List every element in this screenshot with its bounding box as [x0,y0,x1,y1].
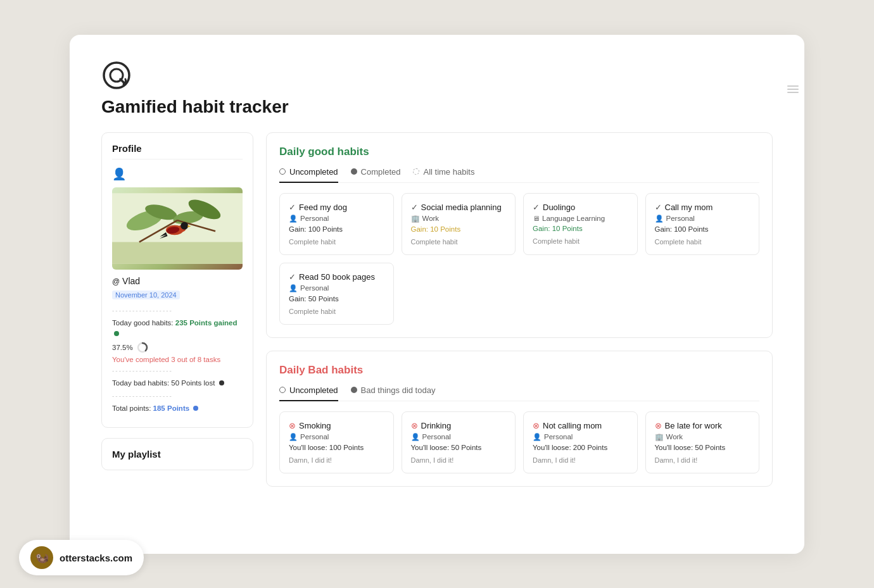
profile-name: @ Vlad [112,276,243,286]
damn-btn-drinking[interactable]: Damn, I did it! [411,456,507,464]
tab-dot-outline-bad [279,387,286,393]
tab-dot-filled [351,168,357,175]
habit-name-read-books: ✓ Read 50 book pages [289,272,384,282]
good-habits-grid-row1: ✓ Feed my dog 👤 Personal Gain: 100 Point… [279,193,759,255]
profile-section-title: Profile [112,143,243,160]
progress-row: 37.5% [112,342,243,353]
divider-1: ------------------ [112,307,243,314]
svg-rect-4 [112,242,243,263]
language-icon: 🖥 [533,215,540,222]
profile-image [112,187,243,270]
playlist-title: My playlist [112,449,243,460]
damn-btn-not-calling[interactable]: Damn, I did it! [533,456,628,464]
tab-label-completed: Completed [361,167,401,177]
tab-completed-good[interactable]: Completed [351,167,401,183]
playlist-card: My playlist [101,438,253,470]
bad-habit-name-not-calling: ⊗ Not calling mom [533,421,628,430]
person-icon-bad-1: 👤 [289,433,298,441]
tab-dot-dashed [413,168,419,175]
completed-tasks-text: You've completed 3 out of 8 tasks [112,356,243,363]
bad-habit-card-late-work: ⊗ Be late for work 🏢 Work You'll loose: … [645,411,760,473]
good-habits-grid-row2: ✓ Read 50 book pages 👤 Personal Gain: 50… [279,263,759,325]
person-icon-2: 👤 [655,215,664,223]
person-icon-3: 👤 [289,284,298,292]
bad-habit-card-smoking: ⊗ Smoking 👤 Personal You'll loose: 100 P… [279,411,394,473]
total-points: Total points: 185 Points [112,403,243,414]
brand-badge: 🦦 otterstacks.com [19,540,144,575]
tab-label-uncompleted-bad: Uncompleted [289,385,338,395]
bad-habit-points-late-work: You'll loose: 50 Points [655,444,750,451]
complete-habit-btn-social-media[interactable]: Complete habit [411,238,507,246]
person-icon-bad-2: 👤 [411,433,420,441]
habit-check-icon: ✓ [289,203,296,212]
bad-habit-card-not-calling: ⊗ Not calling mom 👤 Personal You'll loos… [523,411,638,473]
scrollbar-line [787,89,799,90]
work-icon: 🏢 [411,215,420,223]
good-habits-tabs: Uncompleted Completed All time habits [279,167,759,183]
logo [101,60,773,97]
damn-btn-late-work[interactable]: Damn, I did it! [655,456,750,464]
habit-check-icon-5: ✓ [289,272,296,282]
tab-uncompleted-bad[interactable]: Uncompleted [279,385,338,401]
svg-point-13 [180,222,188,229]
bad-habit-category-not-calling: 👤 Personal [533,433,628,441]
habit-name-feed-dog: ✓ Feed my dog [289,203,384,212]
complete-habit-btn-feed-dog[interactable]: Complete habit [289,238,384,246]
complete-habit-btn-call-mom[interactable]: Complete habit [655,238,750,246]
bad-habit-name-drinking: ⊗ Drinking [411,421,507,430]
person-icon: 👤 [289,215,298,223]
habit-check-icon-2: ✓ [411,203,418,212]
person-icon-bad-3: 👤 [533,433,542,441]
bad-habit-icon-not-calling: ⊗ [533,421,540,430]
habit-name-social-media: ✓ Social media planning [411,203,507,212]
bad-habit-name-late-work: ⊗ Be late for work [655,421,750,430]
habit-points-feed-dog: Gain: 100 Points [289,225,384,233]
habit-points-read-books: Gain: 50 Points [289,295,384,303]
bad-habit-category-late-work: 🏢 Work [655,433,750,441]
complete-habit-btn-duolingo[interactable]: Complete habit [533,237,628,245]
bad-habits-tabs: Uncompleted Bad things did today [279,385,759,401]
profile-date: November 10, 2024 [112,291,180,299]
habit-category-work-1: 🏢 Work [411,215,507,223]
bad-habit-icon-late-work: ⊗ [655,421,662,430]
habit-category-personal-2: 👤 Personal [655,215,750,223]
tab-uncompleted-good[interactable]: Uncompleted [279,167,338,183]
habit-points-duolingo: Gain: 10 Points [533,225,628,232]
left-panel: Profile 👤 [101,132,253,499]
tab-alltime-good[interactable]: All time habits [413,167,474,183]
habit-points-call-mom: Gain: 100 Points [655,225,750,233]
profile-card: Profile 👤 [101,132,253,428]
bad-habits-grid: ⊗ Smoking 👤 Personal You'll loose: 100 P… [279,411,759,473]
damn-btn-smoking[interactable]: Damn, I did it! [289,456,384,464]
bad-habits-title: Daily Bad habits [279,364,759,377]
bad-habits-section: Daily Bad habits Uncompleted Bad things … [266,351,773,487]
habit-category-personal: 👤 Personal [289,215,384,223]
complete-habit-btn-read-books[interactable]: Complete habit [289,308,384,315]
scrollbar[interactable] [792,85,794,161]
tab-label-bad-things: Bad things did today [361,385,436,395]
otter-icon: 🦦 [35,551,49,565]
tab-dot-outline [279,168,286,175]
brand-icon: 🦦 [30,546,53,569]
brand-text: otterstacks.com [60,553,132,563]
progress-circle [137,342,148,353]
good-habits-section: Daily good habits Uncompleted Completed … [266,132,773,338]
habit-card-call-mom: ✓ Call my mom 👤 Personal Gain: 100 Point… [645,193,760,255]
habit-card-duolingo: ✓ Duolingo 🖥 Language Learning Gain: 10 … [523,193,638,255]
scrollbar-line [787,92,799,93]
divider-3: ------------------ [112,392,243,399]
scrollbar-line [787,85,799,87]
page-title: Gamified habit tracker [101,97,773,117]
tab-bad-things[interactable]: Bad things did today [351,385,436,401]
today-good-habits: Today good habits: 235 Points gained [112,318,243,340]
good-habits-title: Daily good habits [279,146,759,158]
habit-points-social-media: Gain: 10 Points [411,225,507,233]
bad-habit-points-not-calling: You'll loose: 200 Points [533,444,628,451]
today-bad-habits: Today bad habits: 50 Points lost [112,378,243,389]
habit-card-social-media: ✓ Social media planning 🏢 Work Gain: 10 … [402,193,516,255]
habit-card-read-books: ✓ Read 50 book pages 👤 Personal Gain: 50… [279,263,394,325]
bad-habit-category-smoking: 👤 Personal [289,433,384,441]
bad-habit-points-smoking: You'll loose: 100 Points [289,444,384,451]
habit-category-personal-3: 👤 Personal [289,284,384,292]
bad-habit-icon-smoking: ⊗ [289,421,296,430]
